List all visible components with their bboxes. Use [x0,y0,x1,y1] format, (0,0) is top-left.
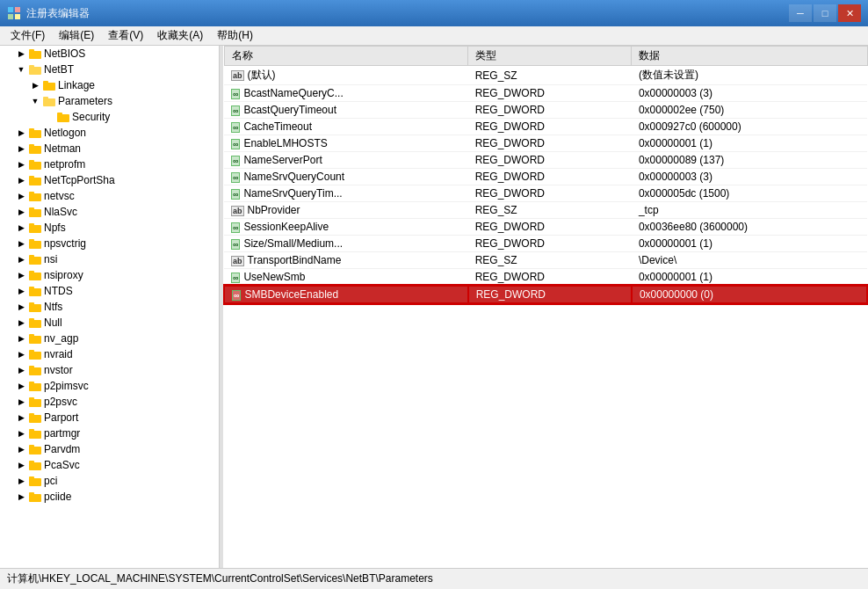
svg-rect-61 [29,494,41,502]
tree-label-linkage: Linkage [58,79,95,91]
folder-icon-security [56,110,70,124]
folder-icon-npsvctrg [28,236,42,251]
tree-label-parvdm: Parvdm [44,443,80,455]
cell-name: ∞CacheTimeout [224,119,468,135]
table-row[interactable]: ∞CacheTimeoutREG_DWORD0x000927c0 (600000… [224,119,867,135]
tree-toggle-nettcpportsha: ▶ [14,173,28,187]
tree-toggle-pci: ▶ [14,474,28,488]
tree-item-nettcpportsha[interactable]: ▶NetTcpPortSha [0,172,219,188]
tree-item-parameters[interactable]: ▼Parameters [0,93,219,109]
cell-data: 0x00000003 (3) [632,169,867,185]
svg-rect-5 [29,51,41,59]
tree-item-netman[interactable]: ▶Netman [0,141,219,156]
tree-label-parameters: Parameters [58,95,112,107]
tree-label-netvsc: netvsc [44,190,75,202]
registry-pane[interactable]: 名称 类型 数据 ab(默认)REG_SZ(数值未设置)∞BcastNameQu… [223,46,868,568]
tree-item-null[interactable]: ▶Null [0,315,219,331]
tree-item-nlasvc[interactable]: ▶NlaSvc [0,204,219,220]
tree-toggle-nsiproxy: ▶ [14,268,28,282]
reg-icon-dword: ∞ [231,139,240,149]
tree-item-nv_agp[interactable]: ▶nv_agp [0,331,219,346]
tree-item-pcasvc[interactable]: ▶PcaSvc [0,457,219,473]
folder-icon-npfs [28,221,42,235]
table-row[interactable]: ∞NameServerPortREG_DWORD0x00000089 (137) [224,152,867,169]
table-row[interactable]: ∞BcastNameQueryC...REG_DWORD0x00000003 (… [224,85,867,102]
table-row[interactable]: ∞BcastQueryTimeoutREG_DWORD0x000002ee (7… [224,102,867,119]
table-row[interactable]: ∞UseNewSmbREG_DWORD0x00000001 (1) [224,269,867,287]
tree-label-netprofm: netprofm [44,158,85,171]
menu-item-help[interactable]: 帮助(H) [210,26,260,45]
tree-item-netprofm[interactable]: ▶netprofm [0,156,219,172]
menu-item-view[interactable]: 查看(V) [101,26,150,45]
app-icon [7,6,21,20]
tree-toggle-pcasvc: ▶ [14,458,28,472]
status-bar: 计算机\HKEY_LOCAL_MACHINE\SYSTEM\CurrentCon… [0,568,868,589]
tree-item-nvstor[interactable]: ▶nvstor [0,362,219,378]
tree-item-netlogon[interactable]: ▶Netlogon [0,125,219,141]
cell-name: ∞NameSrvQueryTim... [224,185,468,202]
tree-item-parport[interactable]: ▶Parport [0,410,219,425]
cell-data: 0x00000089 (137) [632,152,867,169]
tree-item-nsi[interactable]: ▶nsi [0,251,219,267]
reg-icon-string: ab [231,256,244,266]
tree-item-ntfs[interactable]: ▶Ntfs [0,299,219,315]
tree-pane[interactable]: ▶NetBIOS▼NetBT▶Linkage▼ParametersSecurit… [0,46,220,568]
svg-rect-49 [29,399,41,407]
tree-item-netbt[interactable]: ▼NetBT [0,62,219,77]
svg-rect-51 [29,415,41,423]
menu-item-favorites[interactable]: 收藏夹(A) [150,26,210,45]
tree-item-p2pimsvc[interactable]: ▶p2pimsvc [0,378,219,394]
reg-icon-dword: ∞ [231,172,240,183]
table-row[interactable]: ∞SessionKeepAliveREG_DWORD0x0036ee80 (36… [224,219,867,236]
close-button[interactable]: ✕ [838,4,861,22]
svg-rect-53 [29,431,41,439]
svg-rect-33 [29,273,41,280]
tree-label-npfs: Npfs [44,222,66,234]
tree-item-netbios[interactable]: ▶NetBIOS [0,46,219,62]
table-row[interactable]: ∞Size/Small/Medium...REG_DWORD0x00000001… [224,236,867,252]
menu-item-file[interactable]: 文件(F) [4,26,52,45]
cell-name: ∞BcastNameQueryC... [224,85,468,102]
table-row[interactable]: ∞SMBDeviceEnabledREG_DWORD0x00000000 (0) [224,286,867,303]
tree-toggle-p2psvc: ▶ [14,395,28,409]
col-data: 数据 [632,47,867,66]
tree-label-nsiproxy: nsiproxy [44,269,83,281]
tree-label-netlogon: Netlogon [44,127,86,139]
table-row[interactable]: ab(默认)REG_SZ(数值未设置) [224,66,867,85]
maximize-button[interactable]: □ [814,4,836,22]
table-row[interactable]: abNbProviderREG_SZ_tcp [224,202,867,219]
table-row[interactable]: ∞NameSrvQueryCountREG_DWORD0x00000003 (3… [224,169,867,185]
tree-item-nvraid[interactable]: ▶nvraid [0,346,219,362]
minimize-button[interactable]: ─ [789,4,812,22]
tree-item-linkage[interactable]: ▶Linkage [0,77,219,93]
tree-item-netvsc[interactable]: ▶netvsc [0,188,219,204]
folder-icon-nettcpportsha [28,173,42,187]
svg-rect-13 [57,114,69,122]
reg-icon-string: ab [231,70,244,81]
tree-item-nsiproxy[interactable]: ▶nsiproxy [0,267,219,283]
tree-item-pciide[interactable]: ▶pciide [0,489,219,505]
tree-item-pci[interactable]: ▶pci [0,473,219,489]
folder-icon-linkage [42,78,56,92]
table-row[interactable]: ∞EnableLMHOSTSREG_DWORD0x00000001 (1) [224,135,867,152]
cell-name: ∞SMBDeviceEnabled [224,286,468,303]
tree-item-partmgr[interactable]: ▶partmgr [0,425,219,441]
tree-toggle-ntfs: ▶ [14,300,28,314]
tree-label-nvstor: nvstor [44,364,73,376]
table-row[interactable]: abTransportBindNameREG_SZ\Device\ [224,252,867,269]
menu-item-edit[interactable]: 编辑(E) [52,26,101,45]
cell-name: ∞BcastQueryTimeout [224,102,468,119]
tree-item-npfs[interactable]: ▶Npfs [0,220,219,236]
tree-toggle-parameters: ▼ [28,94,42,108]
tree-label-netbios: NetBIOS [44,47,85,60]
tree-item-parvdm[interactable]: ▶Parvdm [0,441,219,457]
tree-item-ntds[interactable]: ▶NTDS [0,283,219,299]
tree-item-npsvctrg[interactable]: ▶npsvctrig [0,236,219,251]
tree-label-pci: pci [44,475,57,487]
tree-item-p2psvc[interactable]: ▶p2psvc [0,394,219,410]
svg-rect-47 [29,383,41,391]
tree-item-security[interactable]: Security [0,109,219,125]
folder-icon-netprofm [28,157,42,171]
table-row[interactable]: ∞NameSrvQueryTim...REG_DWORD0x000005dc (… [224,185,867,202]
cell-name: ∞Size/Small/Medium... [224,236,468,252]
